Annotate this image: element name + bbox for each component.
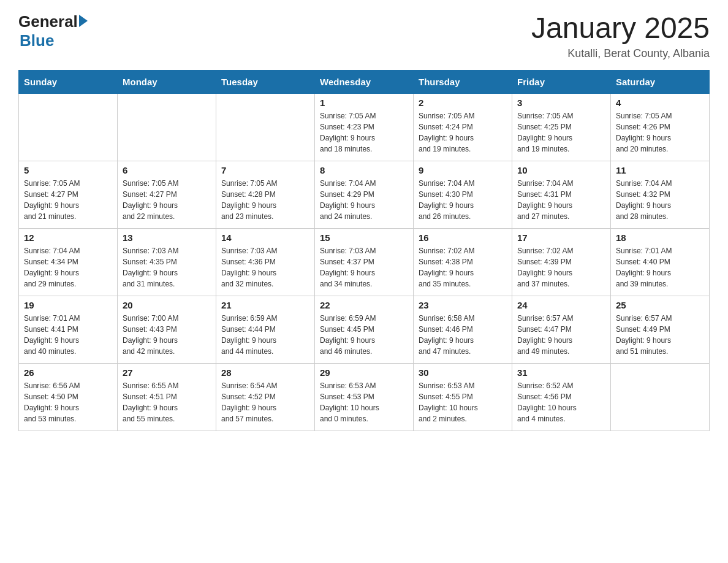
day-info: Sunrise: 6:53 AM Sunset: 4:53 PM Dayligh…	[320, 380, 408, 424]
calendar-cell-w2-d1: 5Sunrise: 7:05 AM Sunset: 4:27 PM Daylig…	[19, 161, 118, 228]
calendar-cell-w4-d7: 25Sunrise: 6:57 AM Sunset: 4:49 PM Dayli…	[611, 296, 710, 363]
calendar-cell-w2-d4: 8Sunrise: 7:04 AM Sunset: 4:29 PM Daylig…	[315, 161, 414, 228]
calendar-cell-w5-d5: 30Sunrise: 6:53 AM Sunset: 4:55 PM Dayli…	[414, 363, 512, 431]
day-info: Sunrise: 7:05 AM Sunset: 4:24 PM Dayligh…	[419, 110, 507, 155]
day-number: 29	[320, 367, 408, 378]
calendar-cell-w1-d2	[118, 93, 216, 161]
calendar-cell-w3-d6: 17Sunrise: 7:02 AM Sunset: 4:39 PM Dayli…	[512, 228, 611, 296]
calendar-cell-w1-d3	[216, 93, 315, 161]
day-info: Sunrise: 7:04 AM Sunset: 4:29 PM Dayligh…	[320, 178, 408, 222]
day-number: 11	[616, 165, 704, 175]
day-number: 22	[320, 300, 408, 310]
calendar-cell-w4-d3: 21Sunrise: 6:59 AM Sunset: 4:44 PM Dayli…	[216, 296, 315, 363]
day-number: 20	[123, 300, 211, 310]
day-info: Sunrise: 6:58 AM Sunset: 4:46 PM Dayligh…	[419, 313, 507, 357]
calendar-cell-w4-d4: 22Sunrise: 6:59 AM Sunset: 4:45 PM Dayli…	[315, 296, 414, 363]
calendar-cell-w1-d5: 2Sunrise: 7:05 AM Sunset: 4:24 PM Daylig…	[414, 93, 512, 161]
calendar-cell-w2-d5: 9Sunrise: 7:04 AM Sunset: 4:30 PM Daylig…	[414, 161, 512, 228]
day-info: Sunrise: 7:05 AM Sunset: 4:25 PM Dayligh…	[517, 110, 605, 155]
calendar-cell-w3-d3: 14Sunrise: 7:03 AM Sunset: 4:36 PM Dayli…	[216, 228, 315, 296]
calendar-cell-w1-d4: 1Sunrise: 7:05 AM Sunset: 4:23 PM Daylig…	[315, 93, 414, 161]
calendar-cell-w2-d3: 7Sunrise: 7:05 AM Sunset: 4:28 PM Daylig…	[216, 161, 315, 228]
day-info: Sunrise: 7:05 AM Sunset: 4:27 PM Dayligh…	[123, 178, 211, 222]
day-number: 31	[517, 367, 605, 378]
day-number: 7	[221, 165, 309, 175]
day-number: 6	[123, 165, 211, 175]
day-number: 24	[517, 300, 605, 310]
day-number: 3	[517, 98, 605, 108]
day-number: 8	[320, 165, 408, 175]
day-number: 5	[24, 165, 112, 175]
day-info: Sunrise: 7:04 AM Sunset: 4:34 PM Dayligh…	[24, 245, 112, 289]
calendar-cell-w4-d1: 19Sunrise: 7:01 AM Sunset: 4:41 PM Dayli…	[19, 296, 118, 363]
header-tuesday: Tuesday	[216, 70, 315, 93]
day-info: Sunrise: 7:04 AM Sunset: 4:32 PM Dayligh…	[616, 178, 704, 222]
logo-blue-text: Blue	[20, 31, 88, 50]
day-number: 10	[517, 165, 605, 175]
day-info: Sunrise: 7:01 AM Sunset: 4:40 PM Dayligh…	[616, 245, 704, 289]
day-info: Sunrise: 6:57 AM Sunset: 4:49 PM Dayligh…	[616, 313, 704, 357]
calendar-week-2: 5Sunrise: 7:05 AM Sunset: 4:27 PM Daylig…	[19, 161, 710, 228]
day-info: Sunrise: 7:01 AM Sunset: 4:41 PM Dayligh…	[24, 313, 112, 357]
day-number: 1	[320, 98, 408, 108]
day-info: Sunrise: 6:54 AM Sunset: 4:52 PM Dayligh…	[221, 380, 309, 424]
header-saturday: Saturday	[611, 70, 710, 93]
day-number: 19	[24, 300, 112, 310]
day-info: Sunrise: 7:04 AM Sunset: 4:31 PM Dayligh…	[517, 178, 605, 222]
calendar-cell-w3-d1: 12Sunrise: 7:04 AM Sunset: 4:34 PM Dayli…	[19, 228, 118, 296]
day-number: 21	[221, 300, 309, 310]
calendar-cell-w5-d4: 29Sunrise: 6:53 AM Sunset: 4:53 PM Dayli…	[315, 363, 414, 431]
day-info: Sunrise: 7:02 AM Sunset: 4:38 PM Dayligh…	[419, 245, 507, 289]
day-info: Sunrise: 7:02 AM Sunset: 4:39 PM Dayligh…	[517, 245, 605, 289]
header-sunday: Sunday	[19, 70, 118, 93]
day-info: Sunrise: 6:52 AM Sunset: 4:56 PM Dayligh…	[517, 380, 605, 424]
calendar-cell-w3-d2: 13Sunrise: 7:03 AM Sunset: 4:35 PM Dayli…	[118, 228, 216, 296]
day-number: 18	[616, 232, 704, 243]
calendar-week-3: 12Sunrise: 7:04 AM Sunset: 4:34 PM Dayli…	[19, 228, 710, 296]
logo-arrow-icon	[79, 15, 88, 27]
page-subtitle: Kutalli, Berat County, Albania	[531, 47, 710, 60]
day-number: 17	[517, 232, 605, 243]
header-thursday: Thursday	[414, 70, 512, 93]
calendar-cell-w4-d2: 20Sunrise: 7:00 AM Sunset: 4:43 PM Dayli…	[118, 296, 216, 363]
day-info: Sunrise: 7:05 AM Sunset: 4:28 PM Dayligh…	[221, 178, 309, 222]
calendar-cell-w4-d5: 23Sunrise: 6:58 AM Sunset: 4:46 PM Dayli…	[414, 296, 512, 363]
day-info: Sunrise: 7:05 AM Sunset: 4:26 PM Dayligh…	[616, 110, 704, 155]
calendar-week-4: 19Sunrise: 7:01 AM Sunset: 4:41 PM Dayli…	[19, 296, 710, 363]
day-number: 26	[24, 367, 112, 378]
day-info: Sunrise: 6:59 AM Sunset: 4:45 PM Dayligh…	[320, 313, 408, 357]
calendar-cell-w5-d6: 31Sunrise: 6:52 AM Sunset: 4:56 PM Dayli…	[512, 363, 611, 431]
calendar-cell-w5-d1: 26Sunrise: 6:56 AM Sunset: 4:50 PM Dayli…	[19, 363, 118, 431]
day-info: Sunrise: 6:57 AM Sunset: 4:47 PM Dayligh…	[517, 313, 605, 357]
calendar-week-1: 1Sunrise: 7:05 AM Sunset: 4:23 PM Daylig…	[19, 93, 710, 161]
day-info: Sunrise: 7:05 AM Sunset: 4:27 PM Dayligh…	[24, 178, 112, 222]
page-title: January 2025	[531, 12, 710, 45]
day-info: Sunrise: 7:00 AM Sunset: 4:43 PM Dayligh…	[123, 313, 211, 357]
day-info: Sunrise: 6:59 AM Sunset: 4:44 PM Dayligh…	[221, 313, 309, 357]
day-info: Sunrise: 6:56 AM Sunset: 4:50 PM Dayligh…	[24, 380, 112, 424]
calendar-cell-w1-d1	[19, 93, 118, 161]
header: General Blue January 2025 Kutalli, Berat…	[18, 12, 710, 60]
calendar-cell-w2-d6: 10Sunrise: 7:04 AM Sunset: 4:31 PM Dayli…	[512, 161, 611, 228]
day-number: 25	[616, 300, 704, 310]
calendar-cell-w2-d2: 6Sunrise: 7:05 AM Sunset: 4:27 PM Daylig…	[118, 161, 216, 228]
calendar-cell-w5-d3: 28Sunrise: 6:54 AM Sunset: 4:52 PM Dayli…	[216, 363, 315, 431]
day-number: 30	[419, 367, 507, 378]
calendar-cell-w3-d4: 15Sunrise: 7:03 AM Sunset: 4:37 PM Dayli…	[315, 228, 414, 296]
day-number: 23	[419, 300, 507, 310]
day-number: 4	[616, 98, 704, 108]
day-info: Sunrise: 7:05 AM Sunset: 4:23 PM Dayligh…	[320, 110, 408, 155]
calendar-table: Sunday Monday Tuesday Wednesday Thursday…	[18, 70, 710, 431]
header-monday: Monday	[118, 70, 216, 93]
calendar-cell-w3-d5: 16Sunrise: 7:02 AM Sunset: 4:38 PM Dayli…	[414, 228, 512, 296]
day-number: 16	[419, 232, 507, 243]
calendar-cell-w5-d2: 27Sunrise: 6:55 AM Sunset: 4:51 PM Dayli…	[118, 363, 216, 431]
calendar-header-row: Sunday Monday Tuesday Wednesday Thursday…	[19, 70, 710, 93]
day-number: 2	[419, 98, 507, 108]
day-number: 9	[419, 165, 507, 175]
calendar-cell-w3-d7: 18Sunrise: 7:01 AM Sunset: 4:40 PM Dayli…	[611, 228, 710, 296]
header-friday: Friday	[512, 70, 611, 93]
calendar-cell-w1-d6: 3Sunrise: 7:05 AM Sunset: 4:25 PM Daylig…	[512, 93, 611, 161]
day-info: Sunrise: 7:03 AM Sunset: 4:37 PM Dayligh…	[320, 245, 408, 289]
logo-general-text: General	[18, 12, 78, 31]
